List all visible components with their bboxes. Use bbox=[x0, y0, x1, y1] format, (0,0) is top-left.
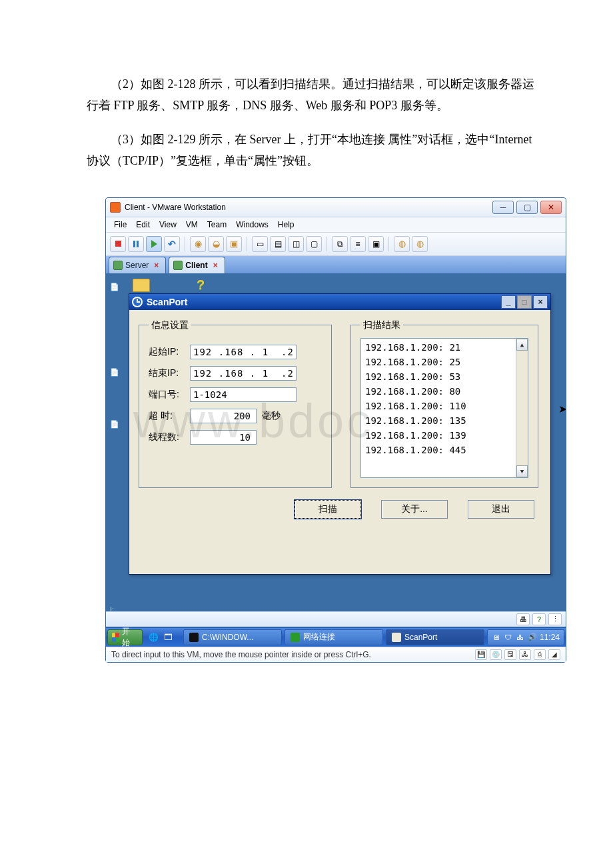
quick-launch: 🌐 🗔 bbox=[148, 631, 174, 643]
result-line[interactable]: 192.168.1.200: 21 bbox=[365, 340, 512, 355]
result-line[interactable]: 192.168.1.200: 445 bbox=[365, 443, 512, 457]
full-screen-button[interactable]: ▣ bbox=[368, 236, 384, 252]
resize-grip-icon[interactable]: ◢ bbox=[548, 649, 560, 660]
port-input[interactable] bbox=[190, 387, 297, 402]
minimize-button[interactable]: ─ bbox=[492, 201, 514, 214]
close-tab-icon[interactable]: × bbox=[213, 261, 218, 270]
vm-desktop[interactable]: ? 📄 📄 📄 I:E: ➤ ScanPort _ □ × bbox=[106, 273, 566, 647]
menu-file[interactable]: File bbox=[114, 220, 127, 229]
scanport-app-icon bbox=[132, 297, 143, 307]
taskbar: 开始 🌐 🗔 C:\WINDOW... 网络连接 ScanPort bbox=[106, 627, 566, 647]
task-scanport[interactable]: ScanPort bbox=[386, 629, 484, 645]
quick-switch-button[interactable]: ≡ bbox=[350, 236, 366, 252]
device-usb-icon[interactable]: ⎙ bbox=[534, 649, 546, 660]
scanport-close-button[interactable]: × bbox=[533, 295, 548, 309]
tray-network-icon[interactable]: 🖧 bbox=[516, 633, 525, 642]
tab-server[interactable]: Server × bbox=[109, 257, 166, 273]
maximize-button[interactable]: ▢ bbox=[516, 201, 538, 214]
threads-label: 线程数: bbox=[149, 431, 190, 443]
help-button-2[interactable]: ◍ bbox=[412, 236, 428, 252]
task-label: ScanPort bbox=[404, 633, 437, 642]
timeout-label: 超 时: bbox=[149, 410, 190, 422]
device-floppy-icon[interactable]: 🖫 bbox=[504, 649, 516, 660]
result-scrollbar[interactable]: ▲ ▼ bbox=[516, 339, 528, 477]
tray-volume-icon[interactable]: 🔊 bbox=[528, 633, 537, 642]
start-ip-input[interactable] bbox=[190, 345, 297, 359]
desktop-icon[interactable]: 📄 bbox=[110, 283, 125, 295]
system-tray: 🖥 🛡 🖧 🔊 11:24 bbox=[487, 629, 564, 645]
result-line[interactable]: 192.168.1.200: 110 bbox=[365, 399, 512, 413]
help-icon[interactable]: ? bbox=[197, 277, 205, 293]
vmware-window: Client - VMware Workstation ─ ▢ ✕ File E… bbox=[105, 197, 566, 663]
timeout-input[interactable] bbox=[190, 409, 257, 423]
vmware-tabbar: Server × Client × bbox=[106, 256, 566, 273]
end-ip-input[interactable] bbox=[190, 366, 297, 381]
tab-label: Server bbox=[125, 261, 149, 270]
screen-icon: ▣ bbox=[372, 239, 380, 249]
result-line[interactable]: 192.168.1.200: 25 bbox=[365, 355, 512, 369]
result-line[interactable]: 192.168.1.200: 53 bbox=[365, 369, 512, 384]
stop-icon bbox=[115, 241, 121, 247]
snapshot-button[interactable]: ◉ bbox=[190, 236, 206, 252]
pause-button[interactable] bbox=[128, 236, 144, 252]
play-button[interactable] bbox=[146, 236, 162, 252]
svg-rect-2 bbox=[137, 301, 140, 303]
network-icon bbox=[291, 633, 300, 642]
menu-help[interactable]: Help bbox=[278, 220, 295, 229]
device-net-icon[interactable]: 🖧 bbox=[519, 649, 531, 660]
menu-view[interactable]: View bbox=[159, 220, 177, 229]
scanport-maximize-button: □ bbox=[517, 295, 532, 309]
result-line[interactable]: 192.168.1.200: 135 bbox=[365, 413, 512, 428]
tab-client[interactable]: Client × bbox=[169, 257, 225, 273]
ie-icon[interactable]: 🌐 bbox=[148, 631, 160, 643]
desktop-icon[interactable]: 📄 bbox=[110, 368, 125, 380]
device-cd-icon[interactable]: 💿 bbox=[490, 649, 502, 660]
task-label: 网络连接 bbox=[303, 631, 335, 643]
view-summary-button[interactable]: ▤ bbox=[270, 236, 286, 252]
help-button-1[interactable]: ◍ bbox=[394, 236, 410, 252]
view-console-button[interactable]: ▭ bbox=[252, 236, 268, 252]
folder-icon[interactable] bbox=[133, 279, 150, 292]
scanport-title: ScanPort bbox=[147, 297, 501, 307]
result-line[interactable]: 192.168.1.200: 139 bbox=[365, 428, 512, 443]
desktop-show-icon[interactable]: 🗔 bbox=[162, 631, 174, 643]
device-hdd-icon[interactable]: 💾 bbox=[475, 649, 487, 660]
tray-shield-icon[interactable]: 🛡 bbox=[504, 633, 513, 642]
exit-button[interactable]: 退出 bbox=[468, 500, 534, 519]
start-label: 开始 bbox=[122, 626, 134, 647]
windows-flag-icon bbox=[112, 633, 119, 642]
power-off-button[interactable] bbox=[110, 236, 126, 252]
summary-icon: ▤ bbox=[275, 239, 282, 249]
scroll-up-icon[interactable]: ▲ bbox=[516, 339, 528, 351]
result-listbox[interactable]: 192.168.1.200: 21192.168.1.200: 25192.16… bbox=[360, 338, 528, 478]
printer-icon[interactable]: 🖶 bbox=[516, 613, 530, 625]
snapshot-manage-button[interactable]: ▣ bbox=[226, 236, 242, 252]
snapshot-revert-button[interactable]: ◒ bbox=[208, 236, 224, 252]
help-icon[interactable]: ? bbox=[532, 613, 546, 625]
task-network-connections[interactable]: 网络连接 bbox=[285, 629, 383, 645]
menu-windows[interactable]: Windows bbox=[236, 220, 269, 229]
close-button[interactable]: ✕ bbox=[540, 201, 562, 214]
scanport-titlebar: ScanPort _ □ × bbox=[129, 294, 550, 310]
task-cmd[interactable]: C:\WINDOW... bbox=[183, 629, 282, 645]
start-button[interactable]: 开始 bbox=[107, 629, 143, 645]
scanport-minimize-button[interactable]: _ bbox=[501, 295, 516, 309]
menu-team[interactable]: Team bbox=[207, 220, 227, 229]
menu-vm[interactable]: VM bbox=[186, 220, 198, 229]
tray-icon[interactable]: 🖥 bbox=[492, 633, 501, 642]
reset-button[interactable]: ↶ bbox=[164, 236, 180, 252]
result-line[interactable]: 192.168.1.200: 80 bbox=[365, 384, 512, 399]
close-tab-icon[interactable]: × bbox=[154, 261, 159, 270]
scroll-down-icon[interactable]: ▼ bbox=[516, 465, 528, 477]
view-appliance-button[interactable]: ◫ bbox=[288, 236, 304, 252]
menu-edit[interactable]: Edit bbox=[136, 220, 150, 229]
threads-input[interactable] bbox=[190, 430, 257, 445]
vmware-statusbar: To direct input to this VM, move the mou… bbox=[106, 647, 566, 662]
about-button[interactable]: 关于... bbox=[381, 500, 448, 519]
unity-button[interactable]: ⧉ bbox=[332, 236, 348, 252]
scan-button[interactable]: 扫描 bbox=[295, 500, 361, 519]
cmd-icon bbox=[189, 633, 199, 642]
desktop-icon[interactable]: 📄 bbox=[110, 420, 125, 432]
view-fullscreen-button[interactable]: ▢ bbox=[306, 236, 322, 252]
menu-icon[interactable]: ⋮ bbox=[548, 613, 562, 625]
